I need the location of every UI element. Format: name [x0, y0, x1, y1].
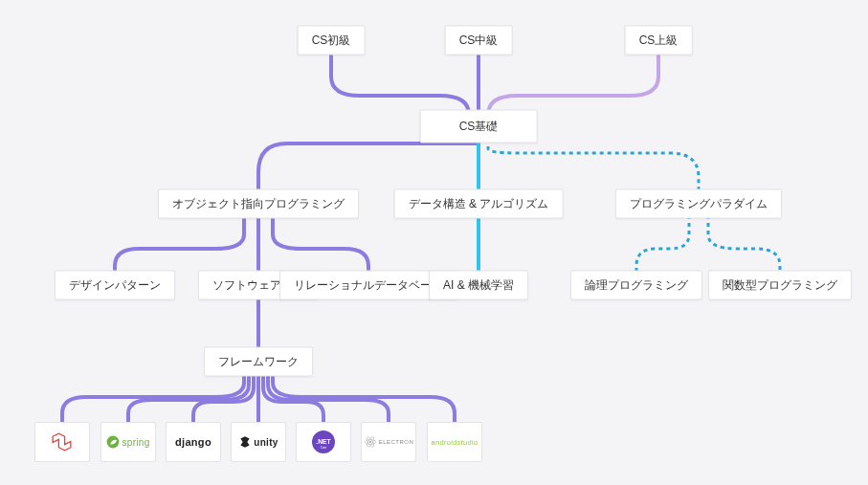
node-frameworks[interactable]: フレームワーク: [204, 347, 313, 377]
spring-label: spring: [122, 437, 149, 448]
node-dsa[interactable]: データ構造 & アルゴリズム: [394, 189, 564, 219]
unity-label: unity: [254, 437, 278, 448]
node-cs-intermediate[interactable]: CS中級: [445, 26, 513, 55]
node-paradigms[interactable]: プログラミングパラダイム: [615, 189, 782, 219]
node-design-patterns[interactable]: デザインパターン: [55, 271, 175, 300]
node-oop[interactable]: オブジェクト指向プログラミング: [158, 189, 359, 219]
node-ai-ml[interactable]: AI & 機械学習: [429, 271, 528, 300]
django-label: django: [175, 436, 211, 448]
framework-electron[interactable]: ELECTRON: [361, 422, 416, 462]
spring-icon: [106, 435, 120, 449]
node-cs-beginner[interactable]: CS初級: [298, 26, 366, 55]
framework-android-studio[interactable]: androidstudio: [427, 422, 482, 462]
unity-icon: [238, 435, 252, 449]
node-cs-fundamentals[interactable]: CS基礎: [420, 110, 538, 143]
framework-spring[interactable]: spring: [100, 422, 156, 462]
electron-label: ELECTRON: [379, 439, 414, 445]
svg-text:Core: Core: [321, 446, 327, 450]
node-logic-prog[interactable]: 論理プログラミング: [570, 271, 702, 300]
dotnet-icon: .NET Core: [309, 428, 338, 456]
electron-icon: [364, 435, 377, 449]
svg-point-4: [368, 441, 370, 443]
framework-laravel[interactable]: [34, 422, 90, 462]
framework-unity[interactable]: unity: [231, 422, 286, 462]
android-studio-label: androidstudio: [432, 438, 479, 447]
framework-django[interactable]: django: [166, 422, 221, 462]
node-func-prog[interactable]: 関数型プログラミング: [708, 271, 852, 300]
laravel-icon: [50, 430, 75, 454]
node-cs-advanced[interactable]: CS上級: [625, 26, 693, 55]
connector-layer: [0, 0, 868, 485]
framework-dotnet[interactable]: .NET Core: [296, 422, 351, 462]
svg-text:.NET: .NET: [316, 438, 331, 445]
